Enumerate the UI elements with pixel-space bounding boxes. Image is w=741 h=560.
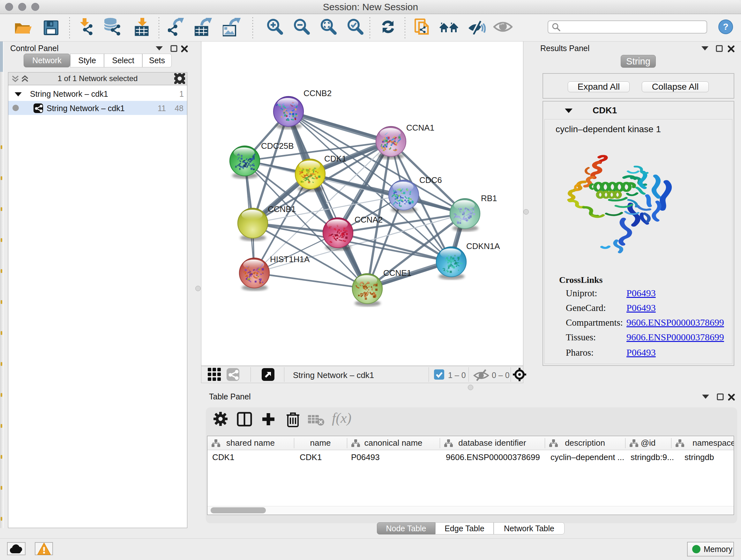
svg-text:CDK1: CDK1 xyxy=(324,154,346,164)
svg-text:CDC25B: CDC25B xyxy=(261,141,294,151)
svg-text:RB1: RB1 xyxy=(481,193,497,203)
svg-text:CCNB2: CCNB2 xyxy=(304,88,332,98)
svg-text:CCNA1: CCNA1 xyxy=(406,123,434,132)
svg-text:CCNB1: CCNB1 xyxy=(268,204,296,214)
svg-text:?: ? xyxy=(723,22,728,32)
svg-text:CCNA2: CCNA2 xyxy=(354,215,383,225)
svg-text:CDKN1A: CDKN1A xyxy=(466,241,500,251)
svg-text:CCNE1: CCNE1 xyxy=(383,268,411,278)
svg-text:CDC6: CDC6 xyxy=(419,175,442,185)
svg-text:HIST1H1A: HIST1H1A xyxy=(270,254,310,264)
